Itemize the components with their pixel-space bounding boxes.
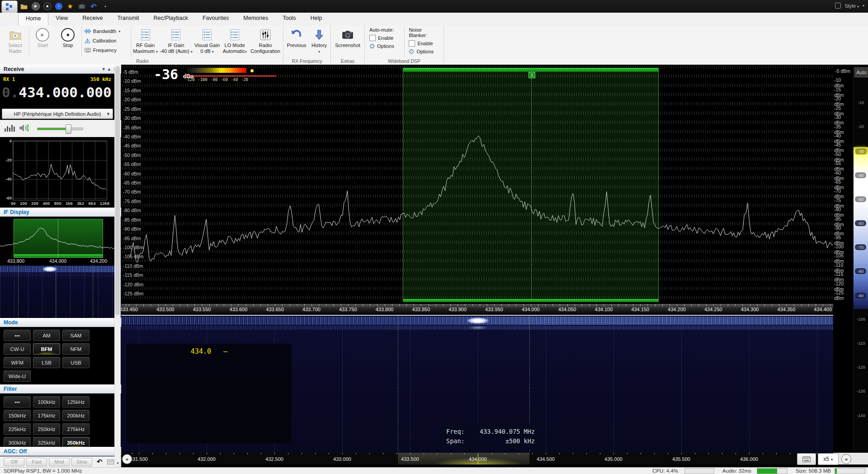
noise-blanker-enable[interactable]: Enable: [409, 40, 439, 47]
panel-scrollbar[interactable]: ▾: [114, 66, 121, 466]
if-gain-button[interactable]: IF Gain-40 dB (Auto) ▾: [159, 25, 193, 58]
rf-gain-button[interactable]: RF GainMaximum ▾: [132, 25, 159, 58]
ribbon-tab[interactable]: Home: [18, 13, 48, 26]
panel-scrollbar-thumb[interactable]: [115, 66, 120, 315]
stop-icon[interactable]: ■: [43, 2, 52, 10]
filter-button[interactable]: 275kHz: [62, 423, 90, 435]
select-radio-button[interactable]: Select Radio: [3, 25, 28, 58]
qat-dropdown-icon[interactable]: ▾: [101, 2, 109, 10]
bandwidth-button[interactable]: Bandwidth▾: [85, 27, 128, 35]
style-button[interactable]: Style ▾: [844, 3, 859, 9]
open-folder-icon[interactable]: [20, 2, 28, 10]
style-palette-icon[interactable]: [835, 3, 841, 9]
agc-med-button[interactable]: Med: [49, 458, 70, 466]
pin-icon[interactable]: ▴: [108, 66, 110, 72]
agc-fast-button[interactable]: Fast: [26, 458, 47, 466]
chevron-down-icon[interactable]: ▾: [103, 66, 105, 72]
auto-mute-options[interactable]: Options: [369, 43, 400, 49]
undo-arrow-icon[interactable]: ↶: [97, 458, 103, 466]
history-button[interactable]: History▾: [309, 25, 330, 58]
speaker-icon[interactable]: [19, 123, 29, 133]
undo-icon[interactable]: ↶: [90, 2, 98, 10]
intensity-legend-bar[interactable]: [187, 68, 246, 73]
ribbon-tab[interactable]: Memories: [236, 13, 275, 25]
mode-button[interactable]: LSB: [33, 357, 60, 368]
waterfall-frequency-scale[interactable]: 431.500432.000432.500433.000433.500434.0…: [121, 453, 833, 465]
filter-button[interactable]: •••: [4, 396, 31, 408]
zoom-factor-button[interactable]: x5▸: [818, 453, 839, 465]
waterfall-display[interactable]: 434.0 – Freq:433.940.075 MHz Span:±500 k…: [121, 315, 833, 454]
filter-button[interactable]: 100kHz: [33, 396, 60, 408]
mode-button[interactable]: USB: [62, 357, 90, 368]
ribbon-tab[interactable]: Help: [303, 13, 329, 25]
filter-button[interactable]: 225kHz: [4, 423, 31, 435]
agc-off-button[interactable]: Off: [4, 458, 24, 466]
filter-header[interactable]: Filter ▴: [0, 384, 121, 393]
spectrum-display[interactable]: 1 -5 dBm-10 dBm-15 dBm-20 dBm-25 dBm-30 …: [121, 66, 833, 303]
filter-selection-band[interactable]: 1: [403, 68, 659, 302]
visual-gain-button[interactable]: Visual Gain0 dB ▾: [193, 25, 221, 58]
ribbon-tab[interactable]: Transmit: [110, 13, 146, 25]
play-icon[interactable]: ▶: [32, 2, 40, 10]
mail-icon[interactable]: [107, 460, 114, 465]
mode-button[interactable]: BFM: [33, 343, 60, 355]
camera-icon[interactable]: [78, 2, 86, 10]
mode-button[interactable]: SAM: [62, 330, 90, 341]
previous-button[interactable]: Previous: [284, 25, 309, 58]
collapse-ribbon-icon[interactable]: ▾: [863, 4, 864, 8]
frequency-button[interactable]: Frequency: [85, 46, 128, 54]
ribbon-tab[interactable]: Rec/Playback: [146, 13, 195, 25]
color-gradient-strip[interactable]: [854, 147, 868, 309]
ribbon-tab[interactable]: View: [48, 13, 75, 25]
favourite-star-icon[interactable]: ★: [66, 2, 74, 10]
scroll-right-button[interactable]: »: [841, 454, 851, 464]
selection-bottom-bar[interactable]: [403, 299, 658, 302]
ribbon-tab[interactable]: Favourites: [195, 13, 236, 25]
ribbon-tab[interactable]: Tools: [275, 13, 303, 25]
lo-mode-button[interactable]: LO ModeAutomatic▾: [221, 25, 249, 58]
mode-button[interactable]: CW-U: [4, 343, 31, 355]
mode-button[interactable]: •••: [4, 330, 31, 341]
volume-slider-thumb[interactable]: [66, 124, 71, 134]
if-waterfall[interactable]: [0, 265, 121, 318]
mode-button[interactable]: Wide-U: [4, 370, 31, 382]
volume-slider[interactable]: [37, 128, 83, 130]
mode-button[interactable]: AM: [33, 330, 60, 341]
mode-header[interactable]: Mode ▴: [0, 318, 121, 327]
auto-mute-enable[interactable]: Enable: [369, 35, 400, 41]
start-button[interactable]: ▶ Start: [30, 25, 56, 58]
app-menu-button[interactable]: [1, 0, 18, 13]
rx-marker-flag[interactable]: 1: [528, 72, 535, 78]
stop-button[interactable]: ■ Stop: [55, 25, 80, 58]
auto-mute-enable-checkbox[interactable]: [369, 35, 376, 41]
filter-button[interactable]: 175kHz: [33, 410, 60, 421]
filter-button[interactable]: 250kHz: [33, 423, 60, 435]
audio-device-dropdown[interactable]: HP (Périphérique High Definition Audio)▼: [2, 109, 113, 119]
equalizer-icon[interactable]: [5, 124, 15, 132]
scroll-left-button[interactable]: «: [122, 454, 132, 464]
keyboard-entry-button[interactable]: [797, 453, 816, 465]
screenshot-button[interactable]: Screenshot: [333, 25, 363, 58]
mode-button[interactable]: NFM: [62, 343, 90, 355]
radio-configuration-button[interactable]: RadioConfiguration: [249, 25, 282, 58]
filter-button[interactable]: 125kHz: [62, 396, 90, 408]
selection-top-bar[interactable]: [403, 68, 658, 72]
frequency-display[interactable]: RX 1 350 kHz 0.434.000.000: [0, 75, 121, 108]
auto-level-button[interactable]: Auto: [854, 67, 868, 77]
agc-slow-button[interactable]: Slow: [71, 458, 92, 466]
frequency-readout[interactable]: 0.434.000.000: [2, 84, 112, 100]
mode-button[interactable]: WFM: [4, 357, 31, 368]
add-icon[interactable]: +: [55, 3, 62, 10]
audio-spectrum-panel[interactable]: 0-20-40-60 501002004008001k63k26k412k8: [0, 138, 121, 207]
waterfall-level-slider[interactable]: Auto -10-20-30-40-50-60-70-80-90-100-110…: [853, 66, 868, 455]
if-display-header[interactable]: IF Display ▴: [0, 208, 121, 217]
noise-blanker-enable-checkbox[interactable]: [409, 40, 415, 47]
ribbon-tab[interactable]: Receive: [75, 13, 110, 25]
agc-header[interactable]: AGC: Off ▴: [0, 447, 121, 456]
spectrum-frequency-ruler[interactable]: 433.450433.500433.550433.600433.650433.7…: [121, 304, 833, 313]
filter-button[interactable]: 150kHz: [4, 410, 31, 421]
filter-button[interactable]: 200kHz: [62, 410, 90, 421]
noise-blanker-options[interactable]: Options: [409, 49, 439, 54]
if-display-panel[interactable]: [0, 218, 121, 258]
scroll-down-icon[interactable]: ▾: [115, 461, 120, 465]
